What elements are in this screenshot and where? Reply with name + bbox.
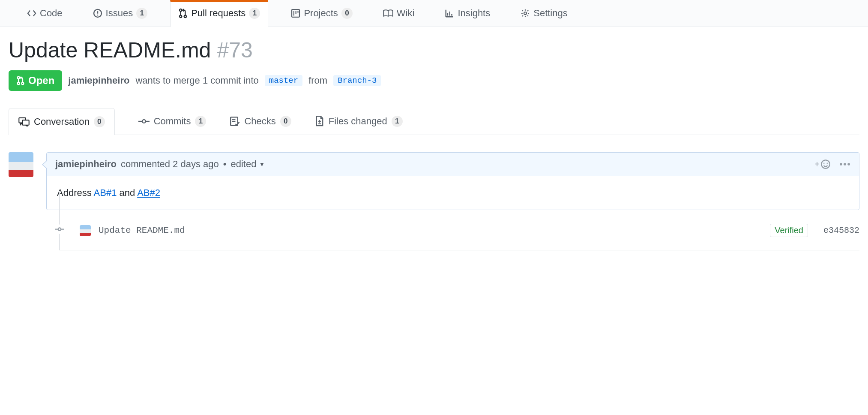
state-badge-open: Open	[9, 70, 62, 91]
subtab-commits[interactable]: Commits 1	[138, 108, 207, 135]
tab-pr-label: Pull requests	[191, 8, 245, 19]
tab-insights[interactable]: Insights	[437, 0, 498, 27]
svg-point-18	[18, 82, 20, 84]
svg-point-23	[142, 120, 146, 123]
comment-body: Address AB#1 and AB#2	[47, 176, 859, 210]
subtab-checks[interactable]: Checks 0	[230, 108, 291, 135]
kebab-menu-button[interactable]	[839, 162, 850, 166]
body-prefix: Address	[57, 187, 94, 198]
svg-point-36	[844, 163, 846, 165]
checks-icon	[230, 116, 240, 126]
add-reaction-button[interactable]: +	[814, 159, 831, 169]
tab-issues-label: Issues	[106, 8, 133, 19]
svg-point-33	[823, 162, 825, 164]
repo-nav: Code Issues 1 Pull requests 1 Projects 0…	[0, 0, 868, 27]
tab-code-label: Code	[40, 8, 63, 19]
subtab-conversation-label: Conversation	[34, 116, 90, 127]
insights-icon	[445, 9, 454, 18]
svg-point-3	[180, 9, 182, 11]
projects-count: 0	[341, 8, 353, 19]
comment-box: jamiepinheiro commented 2 days ago • edi…	[46, 152, 859, 210]
pr-desc-from: from	[308, 75, 327, 86]
verified-badge[interactable]: Verified	[770, 224, 808, 237]
commit-message[interactable]: Update README.md	[99, 226, 185, 235]
svg-point-16	[524, 12, 527, 15]
svg-rect-22	[22, 120, 29, 125]
subtab-commits-label: Commits	[154, 116, 191, 127]
commit-avatar[interactable]	[80, 225, 91, 236]
pr-meta: Open jamiepinheiro wants to merge 1 comm…	[9, 70, 859, 91]
edited-label: edited	[230, 159, 256, 170]
tab-code[interactable]: Code	[19, 0, 70, 27]
svg-point-2	[97, 15, 98, 15]
pr-desc-prefix: wants to merge 1 commit into	[135, 75, 258, 86]
svg-point-20	[21, 82, 24, 84]
issues-count: 1	[136, 8, 147, 19]
tab-issues[interactable]: Issues 1	[85, 0, 156, 27]
commits-icon	[138, 118, 150, 124]
tab-insights-label: Insights	[458, 8, 490, 19]
avatar[interactable]	[9, 152, 33, 177]
tab-wiki-label: Wiki	[397, 8, 415, 19]
pr-title: Update README.md	[9, 38, 211, 63]
files-icon	[315, 116, 324, 127]
conversation-icon	[18, 117, 30, 126]
link-ab1[interactable]: AB#1	[94, 187, 117, 198]
gear-icon	[521, 9, 530, 18]
caret-down-icon: ▼	[259, 161, 265, 168]
link-ab2[interactable]: AB#2	[137, 187, 160, 198]
tab-settings[interactable]: Settings	[513, 0, 575, 27]
projects-icon	[291, 9, 300, 18]
tab-projects[interactable]: Projects 0	[283, 0, 360, 27]
pull-request-icon	[178, 8, 188, 18]
conversation-count: 0	[94, 116, 105, 127]
issue-icon	[93, 9, 102, 18]
commits-count: 1	[195, 116, 206, 127]
smiley-icon	[820, 159, 831, 169]
svg-point-32	[821, 160, 830, 168]
comment-author[interactable]: jamiepinheiro	[55, 159, 117, 170]
head-branch[interactable]: Branch-3	[333, 75, 381, 86]
kebab-icon	[839, 162, 850, 166]
files-count: 1	[392, 116, 403, 127]
pr-author[interactable]: jamiepinheiro	[68, 75, 129, 86]
plus-icon: +	[814, 159, 820, 169]
edited-dropdown[interactable]: edited ▼	[230, 159, 265, 170]
svg-point-6	[184, 15, 186, 18]
pull-request-icon	[16, 76, 25, 85]
divider	[59, 250, 859, 250]
pr-number: #73	[217, 38, 252, 63]
subtab-checks-label: Checks	[244, 116, 275, 127]
pr-count: 1	[249, 8, 260, 19]
svg-point-17	[18, 77, 20, 79]
checks-count: 0	[280, 116, 291, 127]
tab-projects-label: Projects	[304, 8, 338, 19]
tab-wiki[interactable]: Wiki	[375, 0, 422, 27]
subtab-files[interactable]: Files changed 1	[315, 108, 403, 135]
body-mid: and	[117, 187, 137, 198]
comment-meta: commented 2 days ago	[121, 159, 219, 170]
comment-header: jamiepinheiro commented 2 days ago • edi…	[47, 153, 859, 176]
code-icon	[27, 9, 36, 17]
svg-point-38	[58, 228, 61, 231]
subtab-files-label: Files changed	[329, 116, 387, 127]
subtab-conversation[interactable]: Conversation 0	[9, 108, 115, 135]
svg-point-34	[826, 162, 828, 164]
svg-point-37	[847, 163, 850, 165]
svg-point-35	[840, 163, 842, 165]
commit-sha[interactable]: e345832	[823, 226, 859, 235]
timeline: jamiepinheiro commented 2 days ago • edi…	[9, 152, 859, 250]
commit-icon	[55, 224, 64, 234]
pr-subtabs: Conversation 0 Commits 1 Checks 0 Files …	[9, 108, 859, 135]
tab-pull-requests[interactable]: Pull requests 1	[170, 0, 268, 27]
pr-title-row: Update README.md #73	[9, 38, 859, 63]
commit-row: Update README.md Verified e345832	[59, 210, 859, 242]
state-text: Open	[28, 75, 54, 87]
comment-row: jamiepinheiro commented 2 days ago • edi…	[9, 152, 859, 210]
dot: •	[223, 159, 227, 170]
base-branch[interactable]: master	[265, 75, 302, 86]
wiki-icon	[383, 9, 393, 18]
svg-point-4	[180, 15, 182, 18]
tab-settings-label: Settings	[533, 8, 568, 19]
